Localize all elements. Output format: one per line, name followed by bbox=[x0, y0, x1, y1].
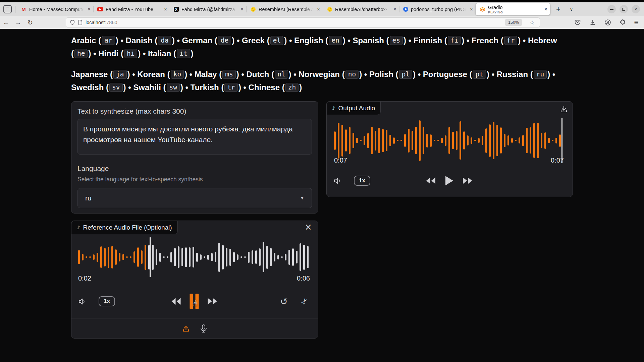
wave-bar bbox=[277, 255, 279, 259]
text-to-synthesize-input[interactable]: В прошлом месяце мы достигли нового рубе… bbox=[77, 119, 312, 155]
wave-bar bbox=[156, 249, 157, 265]
reference-audio-panel: ♪ Reference Audio File (Optional) × 0:02… bbox=[71, 221, 318, 339]
wave-bar bbox=[341, 125, 343, 157]
wave-bar bbox=[270, 248, 272, 266]
rewind-icon[interactable] bbox=[425, 177, 436, 185]
language-name: Hindi ( bbox=[98, 49, 123, 58]
language-code-badge: sw bbox=[167, 83, 180, 92]
language-name: Portuguese ( bbox=[423, 70, 472, 79]
wave-bar bbox=[159, 253, 161, 262]
wave-bar bbox=[334, 131, 336, 150]
playback-speed-button[interactable]: 1x bbox=[354, 176, 370, 186]
wave-bar bbox=[489, 124, 491, 157]
play-icon[interactable] bbox=[444, 175, 454, 186]
tab-close-button[interactable]: × bbox=[316, 6, 320, 12]
volume-icon[interactable] bbox=[333, 177, 342, 185]
download-audio-button[interactable] bbox=[560, 105, 568, 114]
upload-audio-button[interactable] bbox=[182, 325, 190, 333]
playhead-cursor[interactable] bbox=[150, 237, 151, 277]
wave-bar bbox=[338, 123, 339, 159]
firefox-view-button[interactable] bbox=[3, 5, 12, 13]
bookmark-star-icon[interactable]: ☆ bbox=[530, 19, 535, 26]
language-name: ) • bbox=[172, 36, 182, 45]
language-name: Italian ( bbox=[148, 49, 176, 58]
tab-title: Gradio bbox=[488, 5, 540, 10]
gradio-app: Arabic (ar) • Danish (da) • German (de) … bbox=[0, 29, 644, 362]
browser-tab[interactable]: ResembleAI (Resemble A× bbox=[246, 3, 323, 15]
undo-trim-icon[interactable]: ↺ bbox=[278, 297, 290, 306]
zoom-level-badge[interactable]: 150% bbox=[505, 19, 522, 26]
current-time: 0:02 bbox=[78, 275, 91, 282]
account-icon[interactable] bbox=[604, 19, 611, 26]
window-controls: × bbox=[607, 5, 640, 13]
divider bbox=[15, 6, 15, 13]
wave-bar bbox=[537, 123, 539, 158]
wave-bar bbox=[526, 128, 528, 153]
wave-bar bbox=[200, 254, 202, 260]
browser-tab[interactable]: XFahd Mirza (@fahdmirza× bbox=[170, 3, 246, 15]
pause-button[interactable]: ☝ bbox=[190, 294, 199, 309]
wave-bar bbox=[207, 255, 209, 260]
language-name: ) • bbox=[127, 70, 138, 79]
record-microphone-button[interactable] bbox=[200, 324, 207, 333]
wave-bar bbox=[441, 138, 443, 143]
tab-close-button[interactable]: × bbox=[392, 6, 396, 12]
wave-bar bbox=[126, 256, 128, 258]
language-dropdown[interactable]: ru ▼ bbox=[77, 188, 312, 208]
music-note-icon: ♪ bbox=[332, 105, 335, 111]
tab-close-button[interactable]: × bbox=[163, 6, 167, 12]
extensions-puzzle-icon[interactable] bbox=[620, 19, 626, 26]
rewind-icon[interactable] bbox=[170, 297, 181, 305]
list-all-tabs-button[interactable]: ∨ bbox=[568, 6, 575, 12]
language-name: ) • bbox=[547, 70, 555, 79]
wave-bar bbox=[356, 138, 358, 143]
wave-bar bbox=[522, 135, 524, 146]
fast-forward-icon[interactable] bbox=[462, 177, 473, 185]
wave-bar bbox=[119, 253, 120, 261]
close-window-button[interactable]: × bbox=[632, 5, 640, 13]
browser-tab[interactable]: GradioPLAYING× bbox=[476, 3, 550, 15]
language-name: ) • bbox=[180, 83, 191, 92]
clear-audio-button[interactable]: × bbox=[303, 222, 314, 232]
browser-tab[interactable]: podonos_turbo.png (PNG× bbox=[399, 3, 476, 15]
language-name: Swahili ( bbox=[133, 83, 166, 92]
trim-scissors-icon[interactable]: ✂ bbox=[298, 294, 311, 308]
minimize-button[interactable] bbox=[607, 5, 616, 13]
browser-tab[interactable]: ResembleAI/chatterbox-× bbox=[323, 3, 399, 15]
music-note-icon: ♪ bbox=[77, 225, 80, 231]
pocket-icon[interactable] bbox=[574, 19, 581, 25]
wave-bar bbox=[504, 134, 505, 147]
browser-tab[interactable]: MHome - Massed Compute× bbox=[17, 3, 93, 15]
back-button[interactable]: ← bbox=[0, 18, 12, 26]
wave-bar bbox=[300, 243, 301, 271]
reference-waveform[interactable] bbox=[78, 237, 310, 277]
playback-speed-button[interactable]: 1x bbox=[99, 296, 115, 306]
huggingface-favicon bbox=[250, 6, 256, 12]
volume-icon[interactable] bbox=[78, 298, 87, 305]
wave-bar bbox=[423, 127, 424, 154]
language-name: Arabic ( bbox=[71, 36, 101, 45]
browser-tab[interactable]: Fahd Mirza - YouTube× bbox=[93, 3, 170, 15]
wave-bar bbox=[448, 127, 450, 154]
wave-bar bbox=[485, 128, 487, 153]
wave-bar bbox=[482, 136, 483, 145]
wave-bar bbox=[541, 133, 542, 148]
hamburger-menu-icon[interactable]: ≡ bbox=[634, 19, 639, 26]
url-bar[interactable]: localhost :7860 150% ☆ bbox=[66, 17, 540, 27]
restore-button[interactable] bbox=[620, 5, 628, 13]
page-info-icon[interactable] bbox=[78, 20, 83, 25]
tab-close-button[interactable]: × bbox=[469, 6, 473, 12]
forward-button[interactable]: → bbox=[12, 18, 24, 26]
wave-bar bbox=[82, 254, 84, 260]
fast-forward-icon[interactable] bbox=[207, 297, 218, 305]
tab-close-button[interactable]: × bbox=[543, 6, 547, 12]
downloads-icon[interactable] bbox=[589, 19, 596, 26]
new-tab-button[interactable]: + bbox=[554, 5, 562, 13]
tab-close-button[interactable]: × bbox=[239, 6, 244, 12]
tab-close-button[interactable]: × bbox=[86, 6, 91, 12]
wave-bar bbox=[78, 250, 80, 264]
shield-icon[interactable] bbox=[70, 19, 75, 25]
wave-bar bbox=[141, 250, 143, 264]
reload-button[interactable]: ↻ bbox=[24, 18, 36, 27]
wave-bar bbox=[389, 135, 391, 146]
